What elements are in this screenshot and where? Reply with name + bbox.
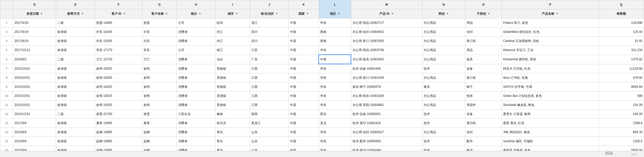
cell-p[interactable]: 惠普 墨水, 红色	[502, 119, 599, 128]
cell-o[interactable]: 设备	[465, 110, 502, 119]
cell-l[interactable]: 西南	[319, 37, 351, 46]
cell-n[interactable]: 技术	[422, 110, 465, 119]
cell-e[interactable]: 标准级	[56, 119, 95, 128]
header-H[interactable]: 细分 ▼	[177, 9, 215, 18]
cell-d[interactable]: 2015/10/31	[13, 101, 56, 110]
cell-e[interactable]: 标准级	[56, 64, 95, 73]
cell-d[interactable]: 2015/10/31	[13, 64, 56, 73]
cell-m[interactable]: 办公用-用品-10003746	[351, 46, 422, 55]
cell-f[interactable]: 俞明-18325	[95, 101, 142, 110]
cell-f[interactable]: 谢雯-21700	[95, 110, 142, 119]
cell-g[interactable]: 俞明	[142, 91, 177, 101]
cell-e[interactable]: 标准级	[56, 82, 95, 91]
cell-p[interactable]: Jiffy 局间信封, 银色	[502, 128, 599, 137]
cell-h[interactable]: 消费者	[177, 55, 215, 64]
cell-q[interactable]: 588	[599, 91, 644, 101]
cell-h[interactable]: 消费者	[177, 64, 215, 73]
cell-m[interactable]: 技术-复印-10002416	[351, 119, 422, 128]
cell-m[interactable]: 办公用-纸张-10001629	[351, 91, 422, 101]
cell-d[interactable]: 2015/10/31	[13, 91, 56, 101]
cell-j[interactable]: 陕西	[250, 110, 289, 119]
col-letter-F[interactable]: F	[95, 0, 142, 9]
cell-l[interactable]: 华东	[319, 137, 351, 146]
cell-e[interactable]: 标准级	[56, 27, 95, 37]
cell-m[interactable]: 技术-设备-10001640	[351, 64, 422, 73]
cell-p[interactable]: GlobeWeis 搭扣信封, 红色	[502, 27, 599, 37]
cell-d[interactable]: 2015/10/31	[13, 73, 56, 82]
cell-h[interactable]: 消费者	[177, 128, 215, 137]
col-letter-L[interactable]: L	[319, 0, 351, 9]
filter-icon-N[interactable]: ▼	[446, 10, 449, 18]
cell-p[interactable]: KitchenAid 搅拌机, 黑色	[502, 55, 599, 64]
cell-f[interactable]: 俞明-18325	[95, 82, 142, 91]
filter-icon-P[interactable]: ▼	[556, 10, 558, 18]
cell-h[interactable]: 消费者	[177, 27, 215, 37]
cell-f[interactable]: 宋良-17170	[95, 46, 142, 55]
cell-e[interactable]: 标准级	[56, 73, 95, 82]
cell-h[interactable]: 消费者	[177, 119, 215, 128]
cell-i[interactable]: 景德镇	[215, 73, 250, 82]
col-letter-K[interactable]: K	[289, 0, 319, 9]
cell-j[interactable]: 江西	[250, 91, 289, 101]
cell-h[interactable]: 消费者	[177, 73, 215, 82]
cell-k[interactable]: 中国	[289, 119, 319, 128]
cell-q[interactable]: 31.92	[599, 37, 644, 46]
cell-l[interactable]: 华东	[319, 73, 351, 82]
header-E[interactable]: 邮寄方式 ▼	[56, 9, 95, 18]
cell-o[interactable]: 信封	[465, 128, 502, 137]
cell-n[interactable]: 办公用品	[422, 91, 465, 101]
cell-h[interactable]: 小型企业	[177, 110, 215, 119]
cell-p[interactable]: 柯尼卡 打印机, 红色	[502, 64, 599, 73]
cell-n[interactable]: 办公用品	[422, 101, 465, 110]
cell-g[interactable]: 许安	[142, 27, 177, 37]
cell-i[interactable]: 景德镇	[215, 91, 250, 101]
cell-h[interactable]: 消费者	[177, 37, 215, 46]
cell-q[interactable]: 1326.5	[599, 137, 644, 146]
cell-j[interactable]: 江苏	[250, 46, 289, 55]
cell-l[interactable]: 华东	[319, 128, 351, 137]
cell-l[interactable]: 华东	[319, 82, 351, 91]
cell-j[interactable]: 山东	[250, 128, 289, 137]
filter-icon-M[interactable]: ▼	[391, 10, 394, 18]
cell-j[interactable]: 江西	[250, 73, 289, 82]
cell-n[interactable]: 技术	[422, 64, 465, 73]
filter-icon-F[interactable]: ▼	[123, 10, 126, 18]
header-P[interactable]: 产品名称 ▼	[502, 9, 599, 18]
cell-k[interactable]: 中国	[289, 91, 319, 101]
filter-icon-D[interactable]: ▼	[40, 10, 43, 18]
cell-g[interactable]: 万兰	[142, 55, 177, 64]
cell-h[interactable]: 消费者	[177, 137, 215, 146]
cell-i[interactable]: 内江	[215, 37, 250, 46]
col-letter-J[interactable]: J	[250, 0, 289, 9]
cell-n[interactable]: 办公用品	[422, 128, 465, 137]
cell-l[interactable]: 中南	[319, 55, 351, 64]
cell-o[interactable]: 椅子	[465, 82, 502, 91]
cell-l[interactable]: 华东	[319, 91, 351, 101]
cell-l[interactable]: 华东	[319, 101, 351, 110]
cell-d[interactable]: 2017/6/19	[13, 27, 56, 37]
cell-p[interactable]: Ibico 订书机, 实惠	[502, 73, 599, 82]
cell-i[interactable]: 榆林	[215, 110, 250, 119]
cell-o[interactable]: 用品	[465, 46, 502, 55]
cell-i[interactable]: 哈尔滨	[215, 119, 250, 128]
header-D[interactable]: 发货日期 ▼	[13, 9, 56, 18]
cell-o[interactable]: 系固件	[465, 101, 502, 110]
cell-o[interactable]: 用品	[465, 18, 502, 27]
col-letter-Q[interactable]: Q	[599, 0, 644, 9]
cell-o[interactable]: 设备	[465, 64, 502, 73]
cell-n[interactable]: 办公用品	[422, 27, 465, 37]
cell-k[interactable]: 中国	[289, 128, 319, 137]
cell-e[interactable]: 标准级	[56, 101, 95, 110]
cell-h[interactable]: 消费者	[177, 91, 215, 101]
cell-j[interactable]: 江西	[250, 82, 289, 91]
cell-l[interactable]: 华东	[319, 18, 351, 27]
cell-e[interactable]: 二级	[56, 18, 95, 27]
cell-m[interactable]: 技术-设备-10000001	[351, 110, 422, 119]
col-letter-M[interactable]: M	[351, 0, 422, 9]
cell-j[interactable]: 浙江	[250, 18, 289, 27]
cell-k[interactable]: 中国	[289, 137, 319, 146]
cell-g[interactable]: 康青	[142, 119, 177, 128]
cell-j[interactable]: 黑龙江	[250, 119, 289, 128]
cell-d[interactable]: 2017/6/6	[13, 119, 56, 128]
cell-k[interactable]: 中国	[289, 46, 319, 55]
